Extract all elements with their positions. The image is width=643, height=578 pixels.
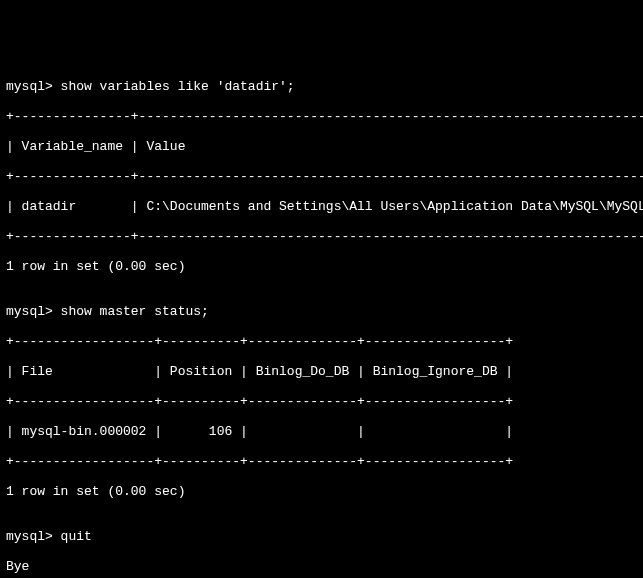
mysql-command-show-variables: mysql> show variables like 'datadir'; bbox=[6, 79, 637, 94]
result-summary: 1 row in set (0.00 sec) bbox=[6, 259, 637, 274]
table-border: +---------------+-----------------------… bbox=[6, 169, 637, 184]
terminal-output: mysql> show variables like 'datadir'; +-… bbox=[6, 64, 637, 578]
mysql-command-show-master: mysql> show master status; bbox=[6, 304, 637, 319]
table-header-row: | File | Position | Binlog_Do_DB | Binlo… bbox=[6, 364, 637, 379]
table-border: +------------------+----------+---------… bbox=[6, 454, 637, 469]
table-border: +---------------+-----------------------… bbox=[6, 109, 637, 124]
table-border: +------------------+----------+---------… bbox=[6, 394, 637, 409]
mysql-command-quit: mysql> quit bbox=[6, 529, 637, 544]
table-row: | mysql-bin.000002 | 106 | | | bbox=[6, 424, 637, 439]
table-border: +------------------+----------+---------… bbox=[6, 334, 637, 349]
table-row: | datadir | C:\Documents and Settings\Al… bbox=[6, 199, 637, 214]
result-summary: 1 row in set (0.00 sec) bbox=[6, 484, 637, 499]
table-header-row: | Variable_name | Value | bbox=[6, 139, 637, 154]
table-border: +---------------+-----------------------… bbox=[6, 229, 637, 244]
bye-message: Bye bbox=[6, 559, 637, 574]
